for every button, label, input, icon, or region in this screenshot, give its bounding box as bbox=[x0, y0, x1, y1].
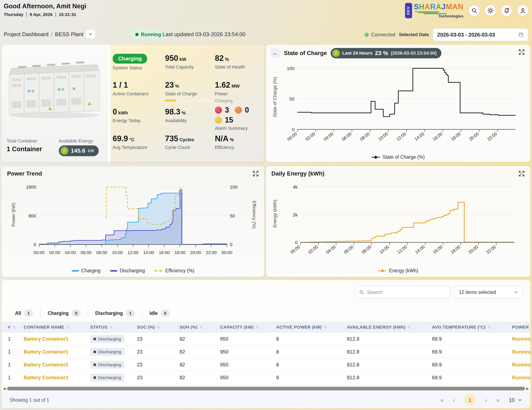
svg-text:Energy (kWh): Energy (kWh) bbox=[272, 200, 277, 227]
expand-button[interactable] bbox=[252, 170, 259, 177]
power-status-link: Running bbox=[512, 349, 530, 355]
running-square-icon bbox=[135, 33, 138, 36]
next-page-button[interactable]: › bbox=[485, 397, 487, 404]
stat-system-status: Charging System Status bbox=[113, 52, 165, 79]
breadcrumb: Project Dashboard / BESS Plant bbox=[4, 30, 95, 39]
scroll-right-arrow[interactable]: ▶ bbox=[525, 387, 530, 391]
table-cell[interactable]: Battery Container1 bbox=[22, 333, 89, 346]
status-badge: Discharging bbox=[90, 361, 124, 369]
table-cell[interactable]: Battery Container1 bbox=[22, 358, 89, 371]
prev-page-button[interactable]: ‹ bbox=[453, 397, 455, 404]
column-header[interactable]: SOH (%)↑↓ bbox=[178, 322, 219, 333]
available-energy-unit: kW bbox=[88, 149, 94, 153]
date-text: 9 Apr, 2026 bbox=[30, 12, 53, 17]
column-header[interactable]: STATUS↑↓ bbox=[89, 322, 136, 333]
notifications-button[interactable] bbox=[501, 5, 512, 16]
soc-progress-bar bbox=[165, 100, 213, 102]
sort-icon[interactable]: ↑↓ bbox=[12, 325, 15, 329]
horizontal-scrollbar: ◀ ▶ bbox=[2, 385, 530, 392]
column-header[interactable]: CONTAINER NAME↑↓ bbox=[22, 322, 89, 333]
table-cell[interactable]: Battery Container1 bbox=[22, 346, 89, 358]
minor-alarm-dot bbox=[215, 117, 222, 124]
svg-text:50: 50 bbox=[289, 96, 294, 102]
sort-icon[interactable]: ↑↓ bbox=[324, 325, 326, 329]
table-cell: 8 bbox=[275, 346, 346, 358]
svg-text:Efficiency (%): Efficiency (%) bbox=[252, 201, 257, 228]
tab-idle[interactable]: Idle0 bbox=[142, 309, 177, 318]
columns-filter-value: 12 items selected bbox=[459, 289, 496, 295]
table-cell: 950 bbox=[219, 371, 275, 384]
container-name-link[interactable]: Battery Container1 bbox=[24, 362, 68, 368]
column-header[interactable]: #↑↓ bbox=[2, 322, 22, 333]
sun-icon bbox=[487, 8, 494, 14]
svg-text:14:00: 14:00 bbox=[143, 250, 154, 255]
sort-icon[interactable]: ↑↓ bbox=[256, 325, 258, 329]
connection-status: Connected bbox=[364, 32, 395, 37]
tab-charging[interactable]: Charging0 bbox=[40, 309, 88, 318]
sort-icon[interactable]: ↑↓ bbox=[487, 325, 490, 329]
svg-text:10:00: 10:00 bbox=[377, 131, 389, 142]
table-cell: Running bbox=[511, 346, 530, 358]
svg-text:04:00: 04:00 bbox=[325, 244, 337, 255]
tab-discharging[interactable]: Discharging1 bbox=[88, 309, 142, 318]
profile-button[interactable] bbox=[517, 5, 528, 16]
major-alarm-count: 0 bbox=[245, 106, 249, 114]
container-name-link[interactable]: Battery Container1 bbox=[24, 375, 68, 381]
soc-panel-title: State of Charge bbox=[284, 50, 327, 56]
theme-toggle-button[interactable] bbox=[485, 5, 496, 16]
page-size-select[interactable]: 10 bbox=[509, 397, 522, 403]
search-input[interactable] bbox=[367, 289, 446, 295]
svg-text:04:00: 04:00 bbox=[65, 250, 76, 255]
scrollbar-thumb[interactable] bbox=[7, 387, 525, 391]
sort-icon[interactable]: ↑↓ bbox=[66, 325, 69, 329]
stat-state-of-health: 82% State of Health bbox=[215, 52, 266, 79]
expand-button[interactable] bbox=[518, 170, 525, 177]
lightning-icon: ⚡ bbox=[60, 147, 68, 155]
svg-text:50: 50 bbox=[230, 213, 235, 218]
svg-text:14:00: 14:00 bbox=[414, 131, 425, 142]
expand-button[interactable] bbox=[518, 49, 525, 56]
breadcrumb-project-dashboard[interactable]: Project Dashboard bbox=[4, 31, 48, 37]
critical-alarm-dot bbox=[215, 107, 222, 114]
sort-icon[interactable]: ↑↓ bbox=[157, 325, 160, 329]
column-header[interactable]: AVAILABLE ENERGY (kWh)↑↓ bbox=[346, 322, 431, 333]
back-button[interactable]: ← bbox=[270, 49, 280, 58]
search-button[interactable] bbox=[469, 5, 480, 16]
sort-icon[interactable]: ↑↓ bbox=[110, 325, 112, 329]
breadcrumb-bess-plant[interactable]: BESS Plant bbox=[55, 31, 83, 37]
table-cell: 1 bbox=[2, 358, 22, 371]
svg-text:16:00: 16:00 bbox=[159, 250, 170, 255]
power-status-link: Running bbox=[512, 375, 530, 381]
last-page-button[interactable]: » bbox=[496, 397, 500, 404]
column-header[interactable]: CAPACITY (kW)↑↓ bbox=[219, 322, 275, 333]
scroll-left-arrow[interactable]: ◀ bbox=[2, 387, 7, 391]
column-header[interactable]: POWER↑↓ bbox=[511, 322, 530, 333]
table-cell: Discharging bbox=[89, 333, 136, 346]
critical-alarm-count: 3 bbox=[225, 106, 229, 114]
first-page-button[interactable]: « bbox=[440, 397, 444, 404]
svg-text:04:00: 04:00 bbox=[323, 131, 334, 142]
column-header[interactable]: ACTIVE POWER (kW)↑↓ bbox=[275, 322, 346, 333]
tab-all[interactable]: All1 bbox=[8, 309, 40, 318]
container-name-link[interactable]: Battery Container1 bbox=[24, 336, 68, 342]
company-logo[interactable]: DEV SHARAJMAN Technologies bbox=[405, 3, 463, 18]
svg-text:12:00: 12:00 bbox=[395, 131, 407, 142]
svg-text:18:00: 18:00 bbox=[175, 250, 186, 255]
stat-alarm-summary: 3 0 15 Alarm Summary bbox=[215, 106, 266, 132]
column-header[interactable]: SOC (%)↑↓ bbox=[136, 322, 178, 333]
svg-text:0: 0 bbox=[295, 240, 298, 245]
status-square-icon bbox=[94, 351, 96, 353]
svg-text:0: 0 bbox=[292, 127, 294, 132]
date-range-picker[interactable]: 2026-03-03 - 2026-03-03 bbox=[433, 28, 528, 41]
svg-text:22:00: 22:00 bbox=[486, 131, 498, 142]
table-cell[interactable]: Battery Container1 bbox=[22, 371, 89, 384]
container-name-link[interactable]: Battery Container1 bbox=[24, 349, 68, 355]
sort-icon[interactable]: ↑↓ bbox=[408, 325, 410, 329]
current-page-button[interactable]: 1 bbox=[464, 394, 476, 406]
sort-icon[interactable]: ↑↓ bbox=[200, 325, 202, 329]
svg-text:08:00: 08:00 bbox=[96, 250, 107, 255]
plant-selector-button[interactable] bbox=[86, 30, 95, 39]
column-header[interactable]: AVG TEMPERATURE (°C)↑↓ bbox=[431, 322, 511, 333]
table-cell: 82 bbox=[178, 333, 219, 346]
columns-filter-dropdown[interactable]: 12 items selected bbox=[454, 286, 523, 299]
